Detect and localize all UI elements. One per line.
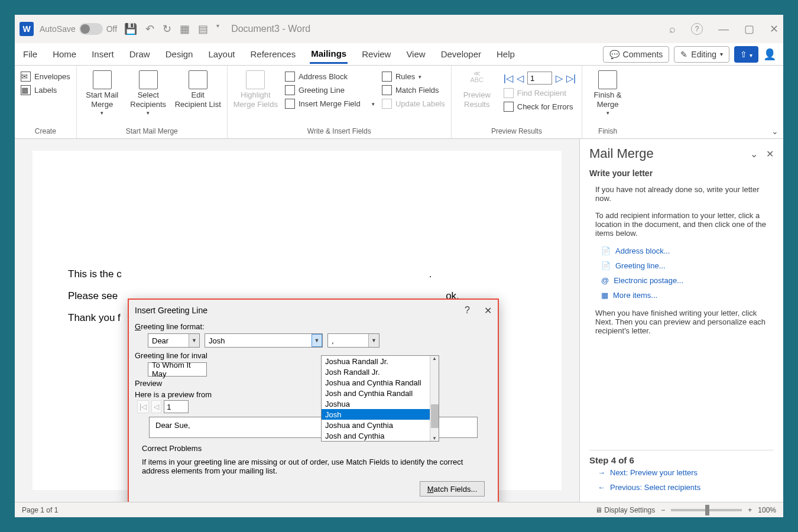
status-bar: Page 1 of 1 🖥 Display Settings − + 100% (15, 502, 783, 517)
preview-record-input[interactable] (164, 400, 189, 413)
tab-view[interactable]: View (405, 46, 426, 63)
finish-merge-button[interactable]: Finish & Merge▾ (588, 68, 627, 116)
edit-recipient-list-button[interactable]: Edit Recipient List (175, 68, 221, 109)
tab-mailings[interactable]: Mailings (310, 45, 348, 64)
dropdown-option[interactable]: Josh Randall Jr. (322, 366, 439, 377)
dropdown-option[interactable]: Joshua and Cynthia Randall (322, 377, 439, 388)
record-input[interactable] (527, 72, 552, 85)
next-record-icon[interactable]: ▷ (556, 73, 563, 84)
link-greeting-line[interactable]: 📄Greeting line... (589, 258, 774, 273)
chevron-down-icon[interactable]: ▼ (189, 334, 199, 347)
tab-layout[interactable]: Layout (207, 46, 236, 63)
check-errors-button[interactable]: Check for Errors (504, 102, 576, 112)
close-icon[interactable]: ✕ (770, 22, 778, 35)
qat-icon-1[interactable]: ▦ (180, 22, 190, 35)
tab-help[interactable]: Help (495, 46, 516, 63)
tab-home[interactable]: Home (51, 46, 77, 63)
chevron-down-icon[interactable]: ▼ (312, 334, 322, 347)
dialog-close-icon[interactable]: ✕ (484, 305, 492, 316)
share-button[interactable]: ⇧ ▾ (734, 46, 758, 63)
page-indicator[interactable]: Page 1 of 1 (22, 506, 58, 514)
close-pane-icon[interactable]: ✕ (766, 148, 774, 160)
undo-icon[interactable]: ↶ (145, 22, 154, 35)
zoom-in-icon[interactable]: + (748, 506, 752, 514)
prev-record-icon[interactable]: ◁ (517, 73, 524, 84)
match-fields-dialog-button[interactable]: Match Fields... (420, 481, 485, 497)
comments-button[interactable]: 💬Comments (603, 46, 670, 63)
pane-step: Step 4 of 6 (589, 450, 774, 465)
comment-icon: 💬 (609, 50, 619, 59)
save-icon[interactable]: 💾 (124, 22, 137, 35)
display-settings-button[interactable]: 🖥 Display Settings (595, 506, 655, 514)
dialog-title: Insert Greeting Line (135, 306, 207, 315)
tab-developer[interactable]: Developer (440, 46, 482, 63)
redo-icon[interactable]: ↻ (163, 22, 171, 35)
dropdown-scrollbar[interactable]: ▲▼ (430, 356, 439, 441)
salutation-combo[interactable]: Dear ▼ (148, 333, 200, 348)
minimize-icon[interactable]: — (718, 23, 729, 35)
dropdown-option[interactable]: Josh and Cynthia (322, 430, 439, 441)
account-icon[interactable]: 👤 (763, 48, 776, 61)
help-icon[interactable]: ? (691, 23, 703, 35)
search-icon[interactable]: ⌕ (669, 23, 676, 35)
record-nav: |◁ ◁ ▷ ▷| (504, 72, 576, 85)
tab-design[interactable]: Design (164, 46, 194, 63)
collapse-ribbon-icon[interactable]: ⌄ (767, 124, 783, 138)
link-address-block[interactable]: 📄Address block... (589, 244, 774, 258)
tab-review[interactable]: Review (361, 46, 392, 63)
prev-icon[interactable]: ◁ (151, 400, 161, 413)
zoom-slider[interactable] (671, 509, 742, 511)
punctuation-combo[interactable]: , ▼ (327, 333, 379, 348)
dropdown-option[interactable]: Joshua and Cynthia (322, 420, 439, 430)
greeting-icon (285, 85, 295, 95)
insert-merge-field-button[interactable]: Insert Merge Field ▾ (285, 99, 375, 109)
greeting-line-button[interactable]: Greeting Line (285, 85, 375, 95)
finish-icon (598, 70, 617, 89)
link-next-step[interactable]: →Next: Preview your letters (589, 465, 774, 480)
dropdown-option-selected[interactable]: Josh (322, 409, 439, 420)
chevron-down-icon[interactable]: ⌄ (750, 148, 758, 160)
tab-insert[interactable]: Insert (90, 46, 115, 63)
dropdown-option[interactable]: Joshua Randall Jr. (322, 356, 439, 366)
chevron-down-icon[interactable]: ▼ (368, 334, 379, 347)
tab-file[interactable]: File (22, 46, 38, 63)
link-more-items[interactable]: ▦More items... (589, 288, 774, 303)
recipients-icon (139, 70, 158, 89)
name-format-combo[interactable]: Josh ▼ (205, 333, 323, 348)
link-electronic-postage[interactable]: @Electronic postage... (589, 273, 774, 288)
select-recipients-button[interactable]: Select Recipients▾ (129, 68, 168, 116)
editing-button[interactable]: ✎Editing▾ (674, 46, 729, 63)
tab-draw[interactable]: Draw (128, 46, 151, 63)
maximize-icon[interactable]: ▢ (744, 22, 754, 35)
check-icon (504, 102, 514, 112)
ribbon-group-finish: Finish & Merge▾ Finish (582, 66, 633, 138)
autosave-label: AutoSave (40, 24, 76, 34)
dropdown-option[interactable]: Joshua (322, 398, 439, 409)
qat-dropdown-icon[interactable]: ▾ (216, 22, 219, 35)
first-record-icon[interactable]: |◁ (504, 73, 513, 84)
rules-button[interactable]: Rules▾ (382, 72, 445, 82)
last-record-icon[interactable]: ▷| (566, 73, 576, 84)
envelopes-button[interactable]: ✉Envelopes (21, 72, 70, 82)
address-icon (285, 72, 295, 82)
dialog-help-icon[interactable]: ? (465, 305, 470, 316)
document-title: Document3 - Word (231, 24, 310, 34)
first-icon[interactable]: |◁ (137, 400, 149, 413)
zoom-out-icon[interactable]: − (661, 506, 665, 514)
toggle-icon[interactable] (79, 23, 103, 35)
dropdown-option[interactable]: Josh and Cynthia Randall (322, 388, 439, 398)
preview-hint: Here is a preview from (135, 390, 212, 399)
match-fields-button[interactable]: Match Fields (382, 85, 445, 95)
tab-references[interactable]: References (249, 46, 297, 63)
start-mail-merge-button[interactable]: Start Mail Merge▾ (83, 68, 122, 116)
labels-icon: ▦ (21, 85, 31, 95)
slider-thumb[interactable] (705, 505, 709, 515)
invalid-greeting-combo[interactable]: To Whom It May (148, 362, 207, 377)
autosave-toggle[interactable]: AutoSave Off (40, 23, 117, 35)
link-prev-step[interactable]: ←Previous: Select recipients (589, 480, 774, 495)
zoom-level[interactable]: 100% (758, 506, 776, 514)
qat-icon-2[interactable]: ▤ (198, 22, 208, 35)
address-block-button[interactable]: Address Block (285, 72, 375, 82)
labels-button[interactable]: ▦Labels (21, 85, 70, 95)
mail-merge-pane: Mail Merge ⌄✕ Write your letter If you h… (579, 139, 783, 502)
